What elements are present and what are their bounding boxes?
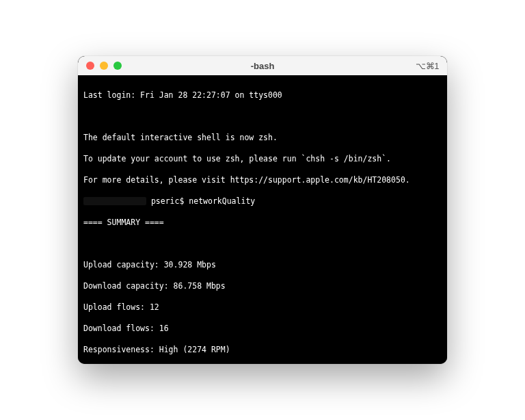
command-text: networkQuality xyxy=(189,196,255,206)
prompt-user: pseric$ xyxy=(146,196,189,206)
zsh-notice-line-2: To update your account to use zsh, pleas… xyxy=(83,154,442,165)
window-title: -bash xyxy=(78,61,447,71)
last-login-line: Last login: Fri Jan 28 22:27:07 on ttys0… xyxy=(83,90,442,101)
minimize-icon[interactable] xyxy=(100,62,108,70)
blank-line xyxy=(83,111,442,122)
window-shortcut-indicator: ⌥⌘1 xyxy=(416,61,439,71)
traffic-lights xyxy=(78,62,122,70)
close-icon[interactable] xyxy=(86,62,94,70)
prompt-line-1: pseric$ networkQuality xyxy=(83,196,442,207)
redacted-hostname xyxy=(83,197,146,205)
zsh-notice-line-1: The default interactive shell is now zsh… xyxy=(83,133,442,144)
download-capacity-line: Download capacity: 86.758 Mbps xyxy=(83,281,442,292)
window-titlebar[interactable]: -bash ⌥⌘1 xyxy=(78,56,447,75)
responsiveness-line: Responsiveness: High (2274 RPM) xyxy=(83,345,442,356)
upload-flows-line: Upload flows: 12 xyxy=(83,302,442,313)
terminal-output[interactable]: Last login: Fri Jan 28 22:27:07 on ttys0… xyxy=(78,75,447,364)
summary-header: ==== SUMMARY ==== xyxy=(83,218,442,228)
download-flows-line: Download flows: 16 xyxy=(83,324,442,334)
blank-line xyxy=(83,239,442,250)
upload-capacity-line: Upload capacity: 30.928 Mbps xyxy=(83,260,442,271)
terminal-window: -bash ⌥⌘1 Last login: Fri Jan 28 22:27:0… xyxy=(78,56,447,364)
maximize-icon[interactable] xyxy=(113,62,122,70)
zsh-notice-line-3: For more details, please visit https://s… xyxy=(83,175,442,186)
